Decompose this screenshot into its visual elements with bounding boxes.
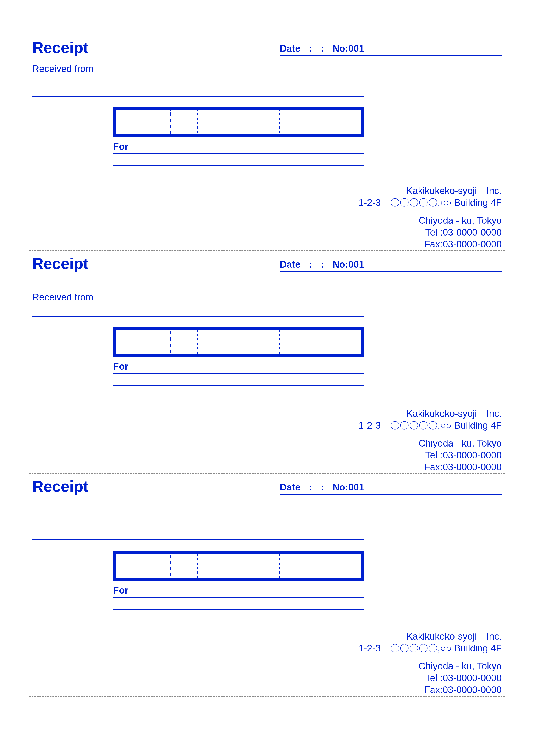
company-block: Kakikukeko-syoji Inc. 1-2-3 〇〇〇〇〇,○○ Bui… bbox=[359, 630, 502, 696]
amount-cell bbox=[252, 330, 280, 354]
amount-cell bbox=[225, 554, 252, 578]
for-line: For bbox=[113, 585, 364, 598]
amount-cell bbox=[280, 110, 307, 134]
amount-cell bbox=[225, 330, 252, 354]
company-addr2: Chiyoda - ku, Tokyo bbox=[359, 660, 502, 672]
received-from-label: Received from bbox=[32, 63, 502, 74]
company-addr1: 1-2-3 〇〇〇〇〇,○○ Building 4F bbox=[359, 197, 502, 208]
company-tel: Tel :03-0000-0000 bbox=[359, 226, 502, 238]
receipt-slip: Receipt Date : : No:001 Received from Fo… bbox=[32, 39, 502, 250]
for-line: For bbox=[113, 361, 364, 374]
amount-cell bbox=[143, 110, 170, 134]
amount-cell bbox=[334, 554, 361, 578]
for-line: For bbox=[113, 141, 364, 154]
amount-cell bbox=[116, 110, 143, 134]
amount-box bbox=[113, 107, 364, 137]
amount-cell bbox=[334, 330, 361, 354]
amount-box bbox=[113, 551, 364, 581]
no-value: 001 bbox=[348, 482, 364, 493]
date-sep: : bbox=[321, 482, 324, 493]
received-from-line bbox=[32, 539, 364, 540]
date-number-line: Date : : No:001 bbox=[280, 43, 502, 56]
received-from-label: Received from bbox=[32, 292, 502, 303]
blank-line bbox=[113, 609, 364, 610]
amount-cell bbox=[252, 554, 280, 578]
date-number-line: Date : : No:001 bbox=[280, 259, 502, 272]
date-sep: : bbox=[321, 43, 324, 54]
received-from-line bbox=[32, 96, 364, 97]
company-fax: Fax:03-0000-0000 bbox=[359, 461, 502, 473]
amount-cell bbox=[171, 554, 198, 578]
company-fax: Fax:03-0000-0000 bbox=[359, 684, 502, 696]
company-block: Kakikukeko-syoji Inc. 1-2-3 〇〇〇〇〇,○○ Bui… bbox=[359, 408, 502, 473]
amount-cell bbox=[225, 110, 252, 134]
company-name: Kakikukeko-syoji Inc. bbox=[359, 185, 502, 197]
received-from-line bbox=[32, 315, 364, 316]
date-number-line: Date : : No:001 bbox=[280, 482, 502, 495]
receipt-slip: Receipt Date : : No:001 For Kakikukeko-s… bbox=[32, 474, 502, 696]
company-tel: Tel :03-0000-0000 bbox=[359, 672, 502, 684]
blank-line bbox=[113, 165, 364, 166]
amount-cell bbox=[171, 110, 198, 134]
amount-cell bbox=[171, 330, 198, 354]
date-label: Date bbox=[280, 259, 300, 270]
date-sep: : bbox=[321, 259, 324, 270]
company-addr1: 1-2-3 〇〇〇〇〇,○○ Building 4F bbox=[359, 419, 502, 431]
amount-box bbox=[113, 327, 364, 357]
amount-cell bbox=[252, 110, 280, 134]
amount-cell bbox=[198, 330, 225, 354]
company-block: Kakikukeko-syoji Inc. 1-2-3 〇〇〇〇〇,○○ Bui… bbox=[359, 185, 502, 250]
no-field: No:001 bbox=[333, 482, 364, 493]
amount-cell bbox=[143, 330, 170, 354]
date-label: Date bbox=[280, 482, 300, 493]
amount-cell bbox=[198, 110, 225, 134]
date-sep: : bbox=[309, 259, 312, 270]
company-name: Kakikukeko-syoji Inc. bbox=[359, 408, 502, 419]
cut-line bbox=[29, 696, 505, 696]
amount-cell bbox=[307, 554, 334, 578]
company-addr1: 1-2-3 〇〇〇〇〇,○○ Building 4F bbox=[359, 642, 502, 654]
amount-cell bbox=[307, 110, 334, 134]
no-label: No: bbox=[333, 43, 348, 54]
company-addr2: Chiyoda - ku, Tokyo bbox=[359, 437, 502, 449]
company-fax: Fax:03-0000-0000 bbox=[359, 238, 502, 250]
amount-cell bbox=[198, 554, 225, 578]
amount-cell bbox=[143, 554, 170, 578]
no-field: No:001 bbox=[333, 259, 364, 270]
company-tel: Tel :03-0000-0000 bbox=[359, 449, 502, 461]
no-label: No: bbox=[333, 259, 348, 270]
company-name: Kakikukeko-syoji Inc. bbox=[359, 630, 502, 642]
amount-cell bbox=[116, 330, 143, 354]
amount-cell bbox=[280, 554, 307, 578]
amount-cell bbox=[116, 554, 143, 578]
date-sep: : bbox=[309, 43, 312, 54]
amount-cell bbox=[280, 330, 307, 354]
no-value: 001 bbox=[348, 259, 364, 270]
receipt-slip: Receipt Date : : No:001 Received from Fo… bbox=[32, 251, 502, 473]
company-addr2: Chiyoda - ku, Tokyo bbox=[359, 214, 502, 226]
no-value: 001 bbox=[348, 43, 364, 54]
date-sep: : bbox=[309, 482, 312, 493]
no-field: No:001 bbox=[333, 43, 364, 54]
date-label: Date bbox=[280, 43, 300, 54]
blank-line bbox=[113, 385, 364, 386]
amount-cell bbox=[307, 330, 334, 354]
no-label: No: bbox=[333, 482, 348, 493]
amount-cell bbox=[334, 110, 361, 134]
